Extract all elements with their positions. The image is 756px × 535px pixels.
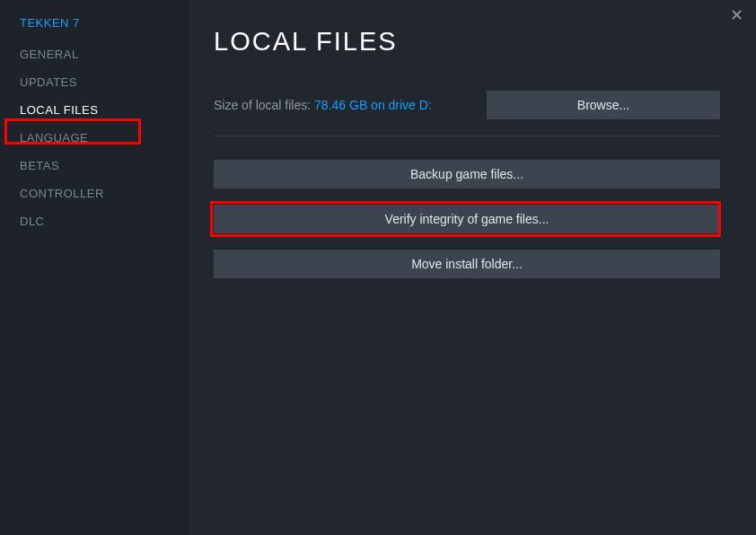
sidebar-item-language[interactable]: LANGUAGE [0,124,190,152]
size-text-wrap: Size of local files: 78.46 GB on drive D… [214,97,432,113]
close-button[interactable]: ✕ [730,7,743,23]
sidebar-item-general[interactable]: GENERAL [0,40,190,68]
backup-button[interactable]: Backup game files... [214,160,720,189]
sidebar-item-dlc[interactable]: DLC [0,207,190,235]
sidebar-item-updates[interactable]: UPDATES [0,68,190,96]
close-icon: ✕ [730,6,743,24]
verify-button[interactable]: Verify integrity of game files... [214,205,720,233]
size-label: Size of local files: [214,98,314,112]
size-row: Size of local files: 78.46 GB on drive D… [214,91,720,119]
content-panel: ✕ LOCAL FILES Size of local files: 78.46… [191,0,756,535]
page-title: LOCAL FILES [214,27,720,57]
move-folder-button[interactable]: Move install folder... [214,250,720,278]
sidebar-item-local-files[interactable]: LOCAL FILES [0,96,190,124]
sidebar-item-betas[interactable]: BETAS [0,152,190,180]
sidebar: TEKKEN 7 GENERAL UPDATES LOCAL FILES LAN… [0,0,191,535]
size-value: 78.46 GB on drive D: [314,98,432,112]
browse-button[interactable]: Browse... [487,91,720,119]
divider [214,136,720,136]
game-title: TEKKEN 7 [0,16,190,40]
sidebar-item-controller[interactable]: CONTROLLER [0,180,190,207]
